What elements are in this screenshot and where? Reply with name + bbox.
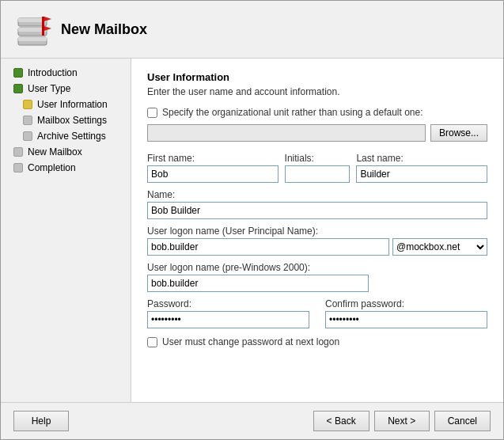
sidebar-label-introduction: Introduction: [28, 67, 78, 78]
ou-checkbox-row: Specify the organizational unit rather t…: [147, 107, 487, 118]
dialog-header: New Mailbox: [1, 1, 503, 59]
name-fields-row: First name: Initials: Last name:: [147, 153, 487, 183]
dialog-footer: Help < Back Next > Cancel: [1, 402, 503, 439]
domain-select-wrap: @mockbox.net: [392, 238, 487, 256]
ou-checkbox-label: Specify the organizational unit rather t…: [162, 107, 423, 118]
ou-input[interactable]: [147, 124, 426, 142]
pre2000-label: User logon name (pre-Windows 2000):: [147, 262, 369, 273]
main-content: User Information Enter the user name and…: [131, 59, 503, 402]
help-button[interactable]: Help: [13, 411, 69, 431]
svg-rect-8: [42, 26, 44, 36]
svg-rect-6: [42, 17, 44, 26]
sidebar-item-user-type[interactable]: User Type: [1, 81, 131, 97]
name-group: Name:: [147, 189, 487, 219]
sidebar-label-mailbox-settings: Mailbox Settings: [37, 115, 107, 126]
confirm-password-input[interactable]: [325, 311, 487, 328]
sidebar-item-introduction[interactable]: Introduction: [1, 65, 131, 81]
upn-row: @mockbox.net: [147, 238, 487, 256]
confirm-password-group: Confirm password:: [325, 298, 487, 328]
sidebar-label-user-type: User Type: [28, 83, 70, 94]
confirm-password-label: Confirm password:: [325, 298, 487, 309]
first-name-input[interactable]: [147, 165, 279, 183]
must-change-checkbox[interactable]: [147, 337, 157, 347]
sidebar-label-user-information: User Information: [37, 99, 108, 110]
dialog-body: Introduction User Type User Information …: [1, 59, 503, 402]
ou-row: Browse...: [147, 124, 487, 142]
upn-label-row: User logon name (User Principal Name):: [147, 226, 487, 237]
must-change-row: User must change password at next logon: [147, 336, 487, 347]
svg-marker-7: [44, 17, 51, 21]
upn-input[interactable]: [147, 238, 389, 256]
last-name-group: Last name:: [356, 153, 487, 183]
password-input[interactable]: [147, 311, 309, 328]
dot-new-mailbox: [13, 147, 23, 157]
footer-right: < Back Next > Cancel: [313, 411, 491, 431]
first-name-label: First name:: [147, 153, 279, 164]
initials-label: Initials:: [285, 153, 351, 164]
svg-rect-1: [18, 37, 47, 41]
sidebar-item-completion[interactable]: Completion: [1, 160, 131, 176]
cancel-button[interactable]: Cancel: [434, 411, 491, 431]
pre2000-input[interactable]: [147, 275, 369, 292]
svg-marker-9: [44, 26, 51, 31]
must-change-label: User must change password at next logon: [162, 336, 339, 347]
sidebar-item-new-mailbox[interactable]: New Mailbox: [1, 144, 131, 160]
section-desc: Enter the user name and account informat…: [147, 86, 487, 97]
browse-button[interactable]: Browse...: [430, 124, 487, 142]
mailbox-icon: [13, 10, 51, 48]
name-input[interactable]: [147, 202, 487, 219]
section-title: User Information: [147, 71, 487, 83]
dot-archive-settings: [23, 131, 32, 141]
upn-label: User logon name (User Principal Name):: [147, 226, 487, 237]
domain-select[interactable]: @mockbox.net: [392, 238, 487, 256]
name-label: Name:: [147, 189, 487, 200]
sidebar-item-user-information[interactable]: User Information: [1, 97, 131, 112]
last-name-label: Last name:: [356, 153, 487, 164]
password-label: Password:: [147, 298, 309, 309]
sidebar-label-new-mailbox: New Mailbox: [28, 146, 82, 157]
dot-user-type: [13, 84, 23, 93]
dot-completion: [13, 163, 23, 173]
password-group: Password:: [147, 298, 309, 328]
sidebar-item-mailbox-settings[interactable]: Mailbox Settings: [1, 112, 131, 128]
next-button[interactable]: Next >: [374, 411, 430, 431]
footer-left: Help: [13, 411, 69, 431]
upn-input-group: [147, 238, 389, 256]
ou-checkbox[interactable]: [147, 108, 157, 118]
sidebar: Introduction User Type User Information …: [1, 59, 131, 402]
sidebar-label-archive-settings: Archive Settings: [37, 131, 106, 142]
dot-mailbox-settings: [23, 116, 32, 125]
sidebar-item-archive-settings[interactable]: Archive Settings: [1, 128, 131, 144]
new-mailbox-dialog: New Mailbox Introduction User Type User …: [0, 0, 504, 440]
last-name-input[interactable]: [356, 165, 487, 183]
sidebar-label-completion: Completion: [28, 162, 76, 173]
password-row: Password: Confirm password:: [147, 298, 487, 328]
dot-introduction: [13, 68, 23, 78]
back-button[interactable]: < Back: [313, 411, 369, 431]
initials-input[interactable]: [285, 165, 351, 183]
dialog-title: New Mailbox: [61, 21, 147, 38]
pre2000-group: User logon name (pre-Windows 2000):: [147, 262, 369, 292]
first-name-group: First name:: [147, 153, 279, 183]
dot-user-information: [23, 100, 32, 109]
initials-group: Initials:: [285, 153, 351, 183]
